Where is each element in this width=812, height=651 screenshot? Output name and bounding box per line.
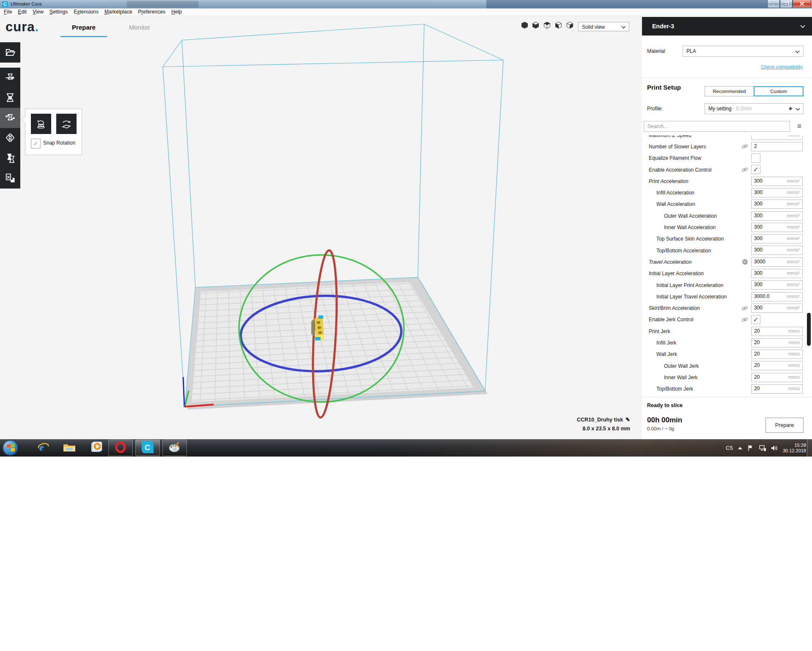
tab-prepare[interactable]: Prepare xyxy=(60,22,107,33)
network-icon[interactable] xyxy=(759,445,766,451)
close-button[interactable] xyxy=(793,0,811,8)
printer-selector[interactable]: Ender-3 xyxy=(642,17,812,36)
setting-value-input[interactable]: 300mm/s² xyxy=(751,188,803,197)
setting-unit: mm/s² xyxy=(787,190,800,195)
prepare-button[interactable]: Prepare xyxy=(765,418,804,433)
setting-checkbox[interactable]: ✓ xyxy=(751,315,760,324)
setting-value-input[interactable]: 20mm/s xyxy=(751,384,803,394)
setting-label: Initial Layer Print Acceleration xyxy=(642,282,723,288)
setting-value-input[interactable]: 300mm/s² xyxy=(751,269,803,278)
support-blocker-tool-button[interactable] xyxy=(0,168,20,189)
setting-value-input[interactable]: 20mm/s xyxy=(751,373,803,382)
setting-value-input[interactable]: 300mm/s² xyxy=(751,304,803,313)
taskbar-windows-explorer-button[interactable] xyxy=(62,440,77,455)
taskbar-media-player-button[interactable] xyxy=(89,440,104,455)
menu-item-help[interactable]: Help xyxy=(168,8,185,16)
start-button[interactable] xyxy=(3,440,18,456)
minimize-button[interactable] xyxy=(767,0,780,8)
model-name[interactable]: CCR10_Druhy tisk✎ xyxy=(524,416,630,423)
setting-value-input[interactable]: 300mm/s² xyxy=(751,200,803,209)
settings-menu-icon[interactable]: ≡ xyxy=(794,121,804,132)
setting-label: Infill Acceleration xyxy=(642,190,694,196)
setting-value-input[interactable]: 20mm/s xyxy=(751,338,803,347)
setting-value-input[interactable]: 2 xyxy=(751,142,803,151)
mirror-tool-button[interactable] xyxy=(0,128,20,148)
show-desktop-button[interactable] xyxy=(807,439,812,457)
view-top-icon[interactable] xyxy=(543,22,551,29)
view-3d-icon[interactable] xyxy=(521,22,528,29)
scale-tool-button[interactable] xyxy=(0,88,20,108)
setting-label: Skirt/Brim Acceleration xyxy=(642,305,700,311)
edit-name-pencil-icon[interactable]: ✎ xyxy=(625,416,630,423)
menu-item-file[interactable]: File xyxy=(1,8,15,16)
menu-item-marketplace[interactable]: Marketplace xyxy=(102,8,135,16)
support-blocker-tool-icon xyxy=(4,172,16,185)
setting-value-input[interactable]: 300mm/s² xyxy=(751,246,803,255)
setting-label: Travel Acceleration xyxy=(642,259,691,265)
svg-text:C: C xyxy=(145,443,150,452)
open-file-button[interactable] xyxy=(0,42,20,63)
move-tool-button[interactable] xyxy=(0,68,20,88)
background-window-remnant xyxy=(486,0,769,8)
menu-item-edit[interactable]: Edit xyxy=(15,8,30,16)
title-bar: C Ultimaker Cura xyxy=(0,0,812,9)
view-mode-dropdown[interactable]: Solid view xyxy=(578,22,629,31)
move-tool-icon xyxy=(4,71,16,84)
menu-item-extensions[interactable]: Extensions xyxy=(71,8,102,16)
rotate-tool-button[interactable] xyxy=(0,108,20,128)
material-dropdown[interactable]: PLA xyxy=(683,46,804,57)
setting-value: 20 xyxy=(754,351,760,357)
view-right-icon[interactable] xyxy=(566,22,573,29)
setting-value-input[interactable]: 3000.0mm/s² xyxy=(751,292,803,301)
setting-checkbox[interactable] xyxy=(751,153,760,163)
linked-settings-icon[interactable] xyxy=(741,314,749,326)
custom-mode-button[interactable]: Custom xyxy=(754,86,804,96)
taskbar-internet-explorer-button[interactable]: e xyxy=(36,440,51,455)
linked-settings-icon[interactable] xyxy=(741,302,749,314)
taskbar-opera-button[interactable] xyxy=(108,440,133,456)
link-icon xyxy=(741,306,748,311)
tab-monitor[interactable]: Monitor xyxy=(127,22,152,33)
setting-value-input[interactable]: mm/s xyxy=(751,135,803,140)
language-indicator[interactable]: CS xyxy=(726,445,733,451)
setting-value-input[interactable]: 300mm/s² xyxy=(751,223,803,232)
check-compatibility-link[interactable]: Check compatibility xyxy=(761,64,803,69)
reset-rotation-button[interactable] xyxy=(31,114,51,134)
reset-rotation-icon xyxy=(35,118,47,130)
function-value-icon[interactable]: fx xyxy=(741,256,749,268)
taskbar-paint-button[interactable] xyxy=(162,440,187,456)
menu-item-settings[interactable]: Settings xyxy=(47,8,71,16)
volume-icon[interactable] xyxy=(771,445,778,451)
viewport-3d-scene[interactable] xyxy=(0,16,642,439)
profile-dropdown[interactable]: My setting - 0.2mm ★ xyxy=(705,103,804,114)
setting-row: Inner Wall Jerk20mm/s xyxy=(642,372,812,383)
search-input[interactable]: Search... xyxy=(644,121,790,132)
per-model-settings-tool-button[interactable] xyxy=(0,148,20,168)
linked-settings-icon[interactable] xyxy=(741,141,749,152)
setting-value-input[interactable]: 3000mm/s² xyxy=(751,257,803,267)
taskbar-clock[interactable]: 15:28 30.12.2018 xyxy=(783,443,806,454)
setting-value: 300 xyxy=(754,282,763,287)
setting-value-input[interactable]: 300mm/s² xyxy=(751,211,803,221)
lay-flat-button[interactable] xyxy=(56,114,77,134)
menu-item-view[interactable]: View xyxy=(30,8,47,16)
setting-value-input[interactable]: 300mm/s² xyxy=(751,177,803,186)
show-hidden-icons-arrow[interactable] xyxy=(738,446,743,450)
view-left-icon[interactable] xyxy=(555,22,562,29)
setting-value: 20 xyxy=(754,339,760,345)
setting-value-input[interactable]: 300mm/s² xyxy=(751,280,803,290)
taskbar-cura-button[interactable]: C xyxy=(135,440,160,456)
menu-item-preferences[interactable]: Preferences xyxy=(135,8,168,16)
setting-value-input[interactable]: 300mm/s² xyxy=(751,234,803,243)
setting-value-input[interactable]: 20mm/s xyxy=(751,350,803,359)
setting-value-input[interactable]: 20mm/s xyxy=(751,327,803,336)
linked-settings-icon[interactable] xyxy=(741,164,749,175)
action-center-flag-icon[interactable] xyxy=(747,445,754,451)
settings-scrollbar[interactable] xyxy=(807,313,811,346)
recommended-mode-button[interactable]: Recommended xyxy=(705,86,754,96)
setting-checkbox[interactable]: ✓ xyxy=(751,165,760,174)
view-front-icon[interactable] xyxy=(532,22,539,29)
setting-value-input[interactable]: 20mm/s xyxy=(751,361,803,370)
maximize-button[interactable] xyxy=(780,0,793,8)
snap-rotation-checkbox[interactable]: ✓ xyxy=(31,139,41,148)
